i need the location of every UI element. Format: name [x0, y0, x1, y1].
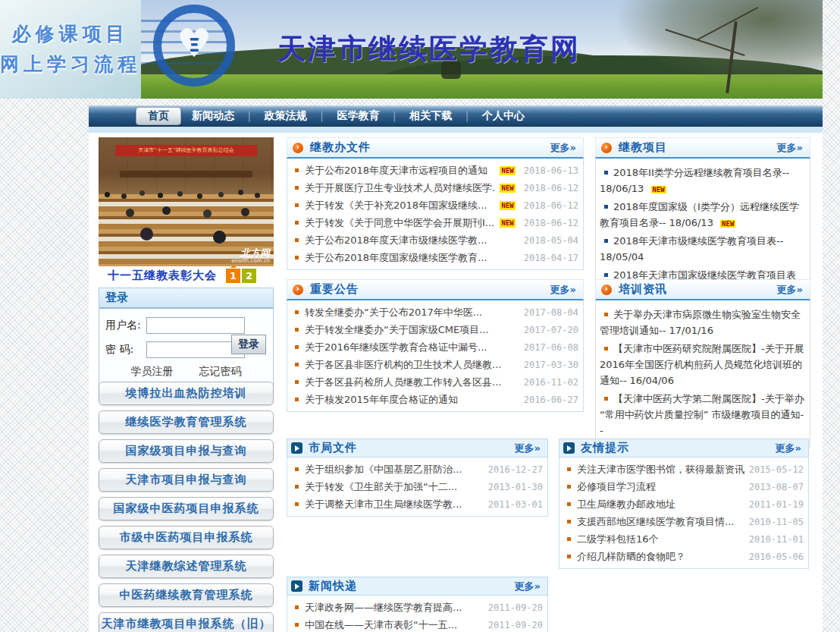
article-row[interactable]: 2018年度国家级（I类学分）远程继续医学教育项目名录-- 18/06/13 N… [600, 199, 806, 231]
quick-link-button[interactable]: 市级中医药项目申报系统 [99, 526, 274, 549]
article-date: 2011-09-20 [484, 602, 543, 613]
article-row[interactable]: 关注天津市医学图书馆，获得最新资讯 2015-05-12 [564, 461, 804, 478]
article-row[interactable]: 关于开展医疗卫生专业技术人员对继续医学... NEW 2018-06-12 [292, 179, 578, 197]
quick-link-button[interactable]: 埃博拉出血热防控培训 [99, 382, 274, 405]
more-link[interactable]: 更多» [550, 283, 583, 297]
quick-link-button[interactable]: 国家级项目申报与查询 [99, 439, 274, 463]
article-row[interactable]: 中国在线——天津市表彰“十一五... 2011-09-20 [292, 616, 543, 632]
nav-item[interactable]: 新闻动态 [192, 109, 234, 123]
article-row[interactable]: 【天津市中医药研究院附属医院】-关于开展2016年全国医疗机构煎药人员规范化培训… [600, 341, 806, 388]
more-link[interactable]: 更多» [515, 442, 547, 455]
section-title: 市局文件 [309, 441, 515, 455]
nav-item[interactable]: 医学教育 [307, 109, 380, 123]
article-date: 2011-09-20 [484, 620, 543, 630]
login-panel: 登录 用户名: 密 码: 登录 学员注册 忘记密码 [99, 288, 274, 385]
orange-arrow-icon [293, 143, 303, 153]
article-row[interactable]: 关于2016年继续医学教育合格证中漏号... 2017-06-08 [292, 338, 578, 356]
quick-link-button[interactable]: 天津市项目申报与查询 [99, 468, 274, 492]
section-header: 市局文件 更多» [287, 439, 548, 457]
conference-photo[interactable]: 天津市“十一五”继续医学教育表彰总结会 北方网 enorth.com.cn [99, 137, 274, 266]
article-row[interactable]: 关于组织参加《中国基层乙肝防治... 2016-12-27 [292, 461, 543, 478]
forgot-password-link[interactable]: 忘记密码 [199, 365, 242, 379]
more-link[interactable]: 更多» [777, 141, 810, 155]
article-row[interactable]: 介绍几样防晒的食物吧？ 2010-05-06 [564, 548, 804, 565]
login-form: 用户名: 密 码: 登录 学员注册 忘记密码 [99, 309, 273, 385]
section-header: 继教办文件 更多» [287, 137, 584, 159]
bullet-icon [295, 345, 299, 349]
article-row[interactable]: 关于各区县药检所人员继教工作转入各区县... 2016-11-02 [292, 373, 578, 391]
cme-logo-icon: ♥ Ξ [153, 5, 235, 86]
article-list: 关注天津市医学图书馆，获得最新资讯 2015-05-12 必修项目学习流程 20… [559, 457, 809, 569]
site-banner: ♥ Ξ 天津市继续医学教育网 [141, 0, 823, 99]
article-date: 2010-11-05 [744, 517, 804, 527]
more-link[interactable]: 更多» [776, 442, 808, 455]
quick-link-button[interactable]: 国家级中医药项目申报系统 [99, 497, 274, 520]
pager-number[interactable]: 2 [242, 269, 256, 283]
password-input[interactable] [146, 341, 245, 358]
new-badge: NEW [720, 220, 735, 228]
pager-number[interactable]: 3 [258, 269, 272, 283]
more-link[interactable]: 更多» [777, 283, 810, 297]
article-title: 关于举办天津市病原微生物实验室生物安全管理培训通知-- 17/01/16 [600, 309, 801, 336]
watermark-sitename: 北方网 [231, 248, 270, 259]
article-row[interactable]: 卫生局继教办邮政地址 2011-01-19 [564, 495, 804, 513]
blue-play-icon [291, 580, 302, 592]
article-row[interactable]: 关于调整天津市卫生局继续医学教... 2011-03-01 [292, 495, 543, 513]
article-title: 卫生局继教办邮政地址 [577, 498, 744, 511]
article-row[interactable]: 必修项目学习流程 2013-08-07 [564, 478, 804, 495]
bullet-icon [295, 623, 299, 627]
article-row[interactable]: 关于转发全继委办“关于国家级CME项目... 2017-07-20 [292, 321, 578, 338]
quick-link-button[interactable]: 天津市继教项目申报系统（旧） [99, 612, 274, 632]
article-title: 介绍几样防晒的食物吧？ [577, 550, 744, 564]
article-row[interactable]: 关于公布2018年度天津市远程项目的通知 NEW 2018-06-13 [292, 162, 578, 179]
article-row[interactable]: 关于转发《关于补充2018年国家级继续... NEW 2018-06-12 [292, 197, 578, 214]
photo-caption[interactable]: 十一五继教表彰大会 [99, 269, 226, 283]
article-date: 2017-08-04 [519, 307, 578, 318]
bullet-icon [604, 347, 608, 351]
more-link[interactable]: 更多» [550, 141, 583, 155]
article-row[interactable]: 关于公布2018年度国家级继续医学教育... 2018-04-17 [292, 249, 578, 266]
nav-item[interactable]: 相关下载 [379, 109, 452, 123]
quick-link-button[interactable]: 继续医学教育管理系统 [99, 410, 274, 434]
nav-item[interactable]: 首页 [136, 107, 181, 125]
article-row[interactable]: 支援西部地区继续医学教育项目情... 2010-11-05 [564, 513, 804, 530]
article-row[interactable]: 关于核发2015年年度合格证的通知 2016-06-27 [292, 391, 578, 408]
bullet-icon [295, 186, 299, 190]
article-row[interactable]: 天津政务网——继续医学教育提高... 2011-09-20 [292, 599, 543, 616]
article-row[interactable]: 2018年II类学分远程继续教育项目名录-- 18/06/13 NEW [600, 165, 806, 197]
section-tips: 友情提示 更多» 关注天津市医学图书馆，获得最新资讯 2015-05-12 必修… [559, 439, 809, 569]
article-row[interactable]: 关于各区县非医疗机构的卫生技术人员继教... 2017-03-30 [292, 356, 578, 373]
article-title: 关于公布2018年度天津市远程项目的通知 [305, 164, 496, 178]
article-title: 关于公布2018年度天津市级继续医学教... [305, 234, 519, 247]
nav-item[interactable]: 政策法规 [234, 109, 307, 123]
article-row[interactable]: 关于举办天津市病原微生物实验室生物安全管理培训通知-- 17/01/16 [600, 307, 806, 338]
article-row[interactable]: 关于转发《卫生部关于加强“十二... 2013-01-30 [292, 478, 543, 495]
register-link[interactable]: 学员注册 [131, 365, 174, 379]
bullet-icon [604, 273, 608, 277]
article-row[interactable]: 2018年天津市级继续医学教育项目表-- 18/05/04 [600, 233, 806, 265]
article-row[interactable]: 转发全继委办“关于公布2017年中华医... 2017-08-04 [292, 303, 578, 321]
article-row[interactable]: 关于转发《关于同意中华医学会开展期刊I... NEW 2018-06-12 [292, 214, 578, 231]
article-row[interactable]: 关于公布2018年度天津市级继续医学教... 2018-05-04 [292, 231, 578, 249]
article-list: 转发全继委办“关于公布2017年中华医... 2017-08-04 关于转发全继… [287, 300, 584, 412]
blue-play-icon [563, 442, 575, 454]
article-date: 2018-06-12 [519, 200, 578, 211]
article-title: 关于转发《关于同意中华医学会开展期刊I... [305, 216, 496, 230]
photo-red-banner-text: 天津市“十一五”继续医学教育表彰总结会 [115, 145, 257, 156]
article-title: 天津政务网——继续医学教育提高... [305, 601, 484, 615]
article-list: 天津政务网——继续医学教育提高... 2011-09-20 中国在线——天津市表… [287, 596, 548, 632]
new-badge: NEW [500, 219, 515, 228]
quick-link-button[interactable]: 天津继教综述管理系统 [99, 555, 274, 578]
pager-number[interactable]: 1 [226, 269, 240, 283]
login-button[interactable]: 登录 [231, 335, 266, 354]
nav-item[interactable]: 个人中心 [452, 109, 525, 123]
article-title: 关于各区县药检所人员继教工作转入各区县... [305, 376, 519, 389]
bullet-icon [604, 397, 608, 401]
more-link[interactable]: 更多» [515, 580, 547, 593]
article-list: 关于组织参加《中国基层乙肝防治... 2016-12-27 关于转发《卫生部关于… [287, 457, 548, 517]
article-date: 2011-03-01 [484, 499, 543, 510]
quick-link-button[interactable]: 中医药继续教育管理系统 [99, 583, 274, 607]
username-input[interactable] [146, 317, 245, 334]
article-row[interactable]: 【天津中医药大学第二附属医院】-关于举办“常用中药饮片质量控制” 市级继教项目的… [600, 391, 806, 439]
article-row[interactable]: 二级学科包括16个 2010-11-01 [564, 530, 804, 548]
